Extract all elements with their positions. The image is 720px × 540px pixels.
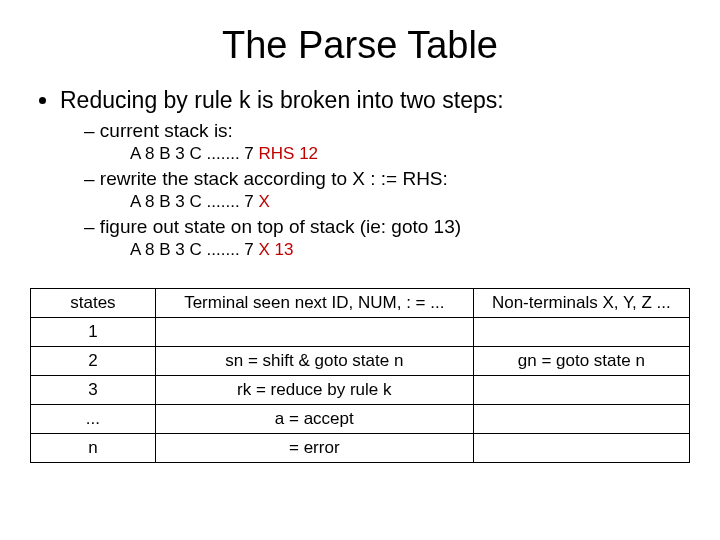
cell-state: ... bbox=[31, 405, 156, 434]
stack-line-1: A 8 B 3 C ....... 7 RHS 12 bbox=[130, 144, 690, 164]
table-row: 2 sn = shift & goto state n gn = goto st… bbox=[31, 347, 690, 376]
stack1-highlight: RHS 12 bbox=[259, 144, 319, 163]
cell-state: 3 bbox=[31, 376, 156, 405]
cell-nonterminal bbox=[473, 318, 689, 347]
bullet-main-text: Reducing by rule k is broken into two st… bbox=[60, 87, 504, 113]
stack2-prefix: A 8 B 3 C ....... 7 bbox=[130, 192, 259, 211]
stack1-prefix: A 8 B 3 C ....... 7 bbox=[130, 144, 259, 163]
cell-state: 2 bbox=[31, 347, 156, 376]
parse-table: states Terminal seen next ID, NUM, : = .… bbox=[30, 288, 690, 463]
cell-terminal: a = accept bbox=[155, 405, 473, 434]
sub-item-2: rewrite the stack according to X : := RH… bbox=[84, 168, 690, 190]
cell-terminal: rk = reduce by rule k bbox=[155, 376, 473, 405]
cell-state: 1 bbox=[31, 318, 156, 347]
cell-terminal: = error bbox=[155, 434, 473, 463]
stack-line-2: A 8 B 3 C ....... 7 X bbox=[130, 192, 690, 212]
sub-item-1: current stack is: bbox=[84, 120, 690, 142]
table-row: 1 bbox=[31, 318, 690, 347]
header-terminal: Terminal seen next ID, NUM, : = ... bbox=[155, 289, 473, 318]
cell-nonterminal bbox=[473, 434, 689, 463]
cell-terminal bbox=[155, 318, 473, 347]
bullet-main: Reducing by rule k is broken into two st… bbox=[60, 87, 690, 260]
cell-nonterminal: gn = goto state n bbox=[473, 347, 689, 376]
table-row: 3 rk = reduce by rule k bbox=[31, 376, 690, 405]
stack3-highlight: X 13 bbox=[259, 240, 294, 259]
header-states: states bbox=[31, 289, 156, 318]
slide: The Parse Table Reducing by rule k is br… bbox=[0, 0, 720, 540]
cell-nonterminal bbox=[473, 376, 689, 405]
cell-state: n bbox=[31, 434, 156, 463]
header-nonterminal: Non-terminals X, Y, Z ... bbox=[473, 289, 689, 318]
sub-list: current stack is: A 8 B 3 C ....... 7 RH… bbox=[60, 120, 690, 260]
slide-title: The Parse Table bbox=[30, 24, 690, 67]
stack3-prefix: A 8 B 3 C ....... 7 bbox=[130, 240, 259, 259]
cell-terminal: sn = shift & goto state n bbox=[155, 347, 473, 376]
sub-item-3: figure out state on top of stack (ie: go… bbox=[84, 216, 690, 238]
bullet-list: Reducing by rule k is broken into two st… bbox=[30, 87, 690, 260]
table-row: ... a = accept bbox=[31, 405, 690, 434]
stack2-highlight: X bbox=[259, 192, 270, 211]
stack-line-3: A 8 B 3 C ....... 7 X 13 bbox=[130, 240, 690, 260]
table-row: n = error bbox=[31, 434, 690, 463]
cell-nonterminal bbox=[473, 405, 689, 434]
table-header-row: states Terminal seen next ID, NUM, : = .… bbox=[31, 289, 690, 318]
